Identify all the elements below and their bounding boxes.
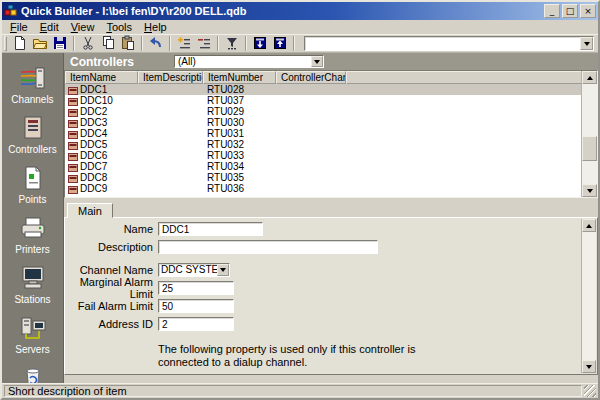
fail-alarm-limit-field[interactable] (158, 299, 234, 313)
undo-arrow-icon (148, 35, 164, 53)
channel-name-label: Channel Name (65, 264, 153, 276)
stations-icon (19, 265, 47, 291)
row-number: RTU032 (203, 139, 276, 150)
row-description (138, 117, 203, 128)
sidebar-item-points[interactable]: Points (3, 165, 63, 205)
close-button[interactable]: × (580, 4, 596, 18)
chevron-down-icon (220, 268, 226, 272)
table-row[interactable]: DDC1 RTU028 (65, 84, 581, 95)
table-row[interactable]: DDC9 RTU036 (65, 183, 581, 194)
sidebar-item-recycle-bin[interactable]: Recycle Bin (1) (3, 365, 63, 383)
toolbar-combo-dropdown[interactable] (580, 37, 593, 50)
new-button[interactable] (10, 35, 30, 52)
download-button[interactable] (250, 35, 270, 52)
menu-edit[interactable]: Edit (34, 21, 65, 34)
address-id-field[interactable] (158, 317, 234, 331)
channel-name-dropdown[interactable] (217, 264, 229, 276)
sidebar-item-printers[interactable]: Printers (3, 215, 63, 255)
app-window: Quick Builder - I:\bei fen\DY\r200 DELL.… (0, 0, 600, 400)
scroll-down-button[interactable] (582, 184, 597, 197)
column-header-itemdescription[interactable]: ItemDescription (138, 71, 203, 84)
description-field[interactable] (158, 240, 378, 254)
filter-combo[interactable]: (All) (174, 55, 324, 68)
controller-row-icon (68, 130, 78, 138)
form-scrollbar[interactable] (581, 219, 596, 373)
status-text: Short description of item (4, 385, 582, 397)
table-row[interactable]: DDC5 RTU032 (65, 139, 581, 150)
points-icon (19, 165, 47, 191)
arrow-up-icon (587, 76, 593, 80)
row-description (138, 84, 203, 95)
cut-button[interactable] (78, 35, 98, 52)
filter-funnel-icon (224, 35, 240, 53)
scroll-up-button[interactable] (582, 219, 596, 232)
dialup-note: The following property is used only if t… (158, 343, 440, 369)
row-number: RTU029 (203, 106, 276, 117)
row-name: DDC8 (80, 172, 107, 183)
row-description (138, 161, 203, 172)
menu-tools[interactable]: Tools (100, 21, 138, 34)
tab-strip: Main (64, 202, 598, 217)
column-header-itemnumber[interactable]: ItemNumber (203, 71, 276, 84)
channel-name-select[interactable]: DDC SYSTEM (158, 263, 230, 277)
toolbar-combo[interactable] (304, 36, 594, 51)
dialup-report-label: Dialup Report by Exception (175, 373, 308, 375)
controller-row-icon (68, 108, 78, 116)
list-scrollbar[interactable] (581, 71, 597, 197)
open-folder-icon (32, 35, 48, 53)
tab-main[interactable]: Main (67, 203, 113, 218)
scrollbar-track[interactable] (582, 84, 597, 184)
menu-view[interactable]: View (65, 21, 101, 34)
row-description (138, 106, 203, 117)
paste-button[interactable] (118, 35, 138, 52)
row-channel (276, 139, 346, 150)
resize-grip[interactable] (584, 385, 596, 397)
row-number: RTU031 (203, 128, 276, 139)
column-header-controllerchannel[interactable]: ControllerChann... (276, 71, 346, 84)
undo-button[interactable] (146, 35, 166, 52)
row-name: DDC9 (80, 183, 107, 194)
controller-row-icon (68, 185, 78, 193)
menu-file[interactable]: File (4, 21, 34, 34)
toolbar (2, 34, 598, 53)
filter-combo-value: (All) (175, 56, 311, 67)
table-row[interactable]: DDC6 RTU033 (65, 150, 581, 161)
sidebar-item-channels[interactable]: Channels (3, 65, 63, 105)
sidebar-item-servers[interactable]: Servers (3, 315, 63, 355)
scroll-up-button[interactable] (582, 71, 597, 84)
dialup-report-checkbox[interactable] (158, 374, 169, 376)
sidebar-item-stations[interactable]: Stations (3, 265, 63, 305)
row-number: RTU036 (203, 183, 276, 194)
menu-help[interactable]: Help (138, 21, 173, 34)
marginal-alarm-limit-field[interactable] (158, 281, 234, 295)
name-field[interactable] (158, 222, 263, 236)
upload-button[interactable] (270, 35, 290, 52)
row-description (138, 172, 203, 183)
filter-button[interactable] (222, 35, 242, 52)
controller-row-icon (68, 119, 78, 127)
scrollbar-thumb[interactable] (582, 136, 597, 161)
copy-button[interactable] (98, 35, 118, 52)
table-row[interactable]: DDC3 RTU030 (65, 117, 581, 128)
table-row[interactable]: DDC10 RTU037 (65, 95, 581, 106)
scroll-down-button[interactable] (582, 360, 596, 373)
minimize-button[interactable]: _ (544, 4, 560, 18)
open-button[interactable] (30, 35, 50, 52)
toolbar-handle[interactable] (4, 36, 7, 51)
sidebar-item-controllers[interactable]: Controllers (3, 115, 63, 155)
upload-icon (272, 35, 288, 53)
scrollbar-track[interactable] (582, 232, 596, 360)
add-item-button[interactable] (174, 35, 194, 52)
column-header-itemname[interactable]: ItemName (65, 71, 138, 84)
table-row[interactable]: DDC8 RTU035 (65, 172, 581, 183)
save-button[interactable] (50, 35, 70, 52)
table-row[interactable]: DDC7 RTU034 (65, 161, 581, 172)
row-description (138, 183, 203, 194)
maximize-button[interactable]: □ (562, 4, 578, 18)
filter-combo-dropdown[interactable] (311, 56, 323, 67)
remove-item-button[interactable] (194, 35, 214, 52)
table-row[interactable]: DDC2 RTU029 (65, 106, 581, 117)
table-row[interactable]: DDC4 RTU031 (65, 128, 581, 139)
controller-row-icon (68, 152, 78, 160)
arrow-down-icon (587, 189, 593, 193)
